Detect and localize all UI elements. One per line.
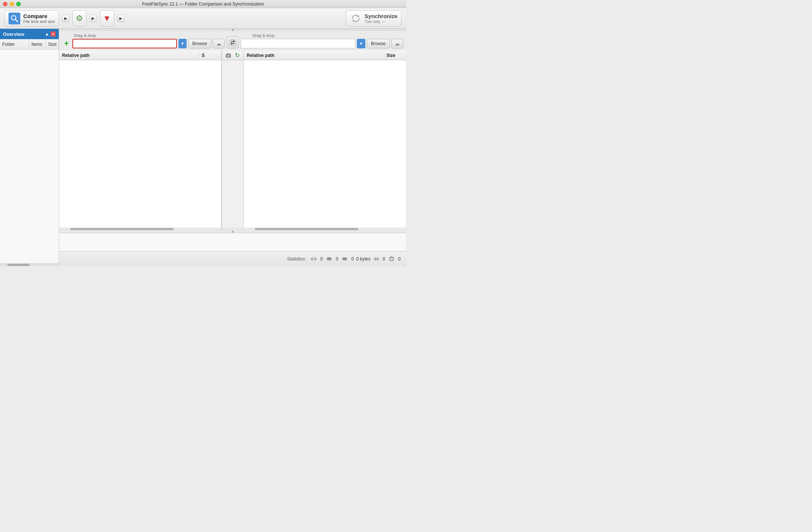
filter-arrow-button[interactable]: ▶ xyxy=(117,15,124,22)
right-cloud-icon: ☁ xyxy=(395,41,400,47)
stats-icon-5 xyxy=(388,255,396,263)
cloud-icon: ☁ xyxy=(216,41,221,47)
add-folder-button[interactable]: + xyxy=(62,39,71,48)
middle-panel-header: ↻ xyxy=(222,51,243,60)
right-file-list[interactable] xyxy=(244,60,406,228)
stats-val-5: 0 xyxy=(382,256,386,262)
left-file-scrollbar[interactable] xyxy=(59,228,221,231)
left-folder-input-group: Drag & drop + ▼ Browse ☁ xyxy=(62,33,225,48)
stats-icon-1 xyxy=(310,255,318,263)
maximize-button[interactable] xyxy=(16,2,21,6)
right-browse-label: Browse xyxy=(371,41,386,46)
synchronize-button[interactable]: Synchronize Two way ↔ xyxy=(346,10,402,27)
sidebar-col-size: Size xyxy=(46,39,59,49)
left-cloud-button[interactable]: ☁ xyxy=(213,39,225,48)
middle-scrollbar[interactable] xyxy=(222,228,243,231)
filter-icon: ▼ xyxy=(103,14,111,23)
sidebar-close-button[interactable]: × xyxy=(51,31,56,37)
add-icon: + xyxy=(64,39,69,48)
sidebar-header: Overview ▲ × xyxy=(0,29,59,39)
right-folder-dropdown[interactable]: ▼ xyxy=(357,39,365,48)
compare-label: Compare xyxy=(23,13,47,19)
svg-point-6 xyxy=(227,55,229,57)
swap-button[interactable] xyxy=(227,37,239,48)
right-folder-path-input[interactable] xyxy=(241,39,356,48)
left-folder-path-input[interactable] xyxy=(72,39,177,48)
left-folder-dropdown[interactable]: ▼ xyxy=(178,39,187,48)
compare-arrow-button[interactable]: ▶ xyxy=(62,15,69,22)
folder-pair-row: Drag & drop + ▼ Browse ☁ xyxy=(62,33,403,48)
right-cloud-button[interactable]: ☁ xyxy=(391,39,403,48)
left-panel-header: Relative path S xyxy=(59,51,221,60)
compare-sub-label: File time and size xyxy=(23,19,55,24)
refresh-button[interactable]: ↻ xyxy=(233,52,241,59)
title-bar: FreeFileSync 12.1 — Folder Comparison an… xyxy=(0,0,406,8)
stats-val-2: 0 xyxy=(335,256,339,262)
svg-rect-7 xyxy=(227,53,229,54)
right-file-scrollbar[interactable] xyxy=(244,228,406,231)
settings-arrow-button[interactable]: ▶ xyxy=(89,15,97,22)
filter-button[interactable]: ▼ xyxy=(100,10,115,27)
log-area xyxy=(59,233,406,251)
left-rel-path-col: Relative path xyxy=(59,53,199,58)
left-size-col: S xyxy=(199,53,221,58)
stats-val-4: 0 bytes xyxy=(356,256,371,262)
compare-button[interactable]: Compare File time and size xyxy=(4,10,59,27)
middle-panel: ↻ xyxy=(222,51,244,231)
left-folder-input-row: + ▼ Browse ☁ xyxy=(62,39,225,48)
right-drag-drop-label: Drag & drop xyxy=(253,33,403,38)
main-area: Overview ▲ × Folder Items Size xyxy=(0,29,406,266)
right-size-col: Size xyxy=(384,53,406,58)
left-browse-label: Browse xyxy=(192,41,207,46)
content-area: Drag & drop + ▼ Browse ☁ xyxy=(59,29,406,266)
sort-up-icon: ▲ xyxy=(45,31,49,37)
right-browse-button[interactable]: Browse xyxy=(367,39,390,48)
sync-text: Synchronize Two way ↔ xyxy=(365,13,398,24)
bottom-bar: Statistics: 0 0 xyxy=(59,251,406,266)
sync-icon xyxy=(350,13,362,24)
camera-button[interactable] xyxy=(225,52,232,59)
statistics-label: Statistics: xyxy=(287,256,306,262)
folder-pairs-container: Drag & drop + ▼ Browse ☁ xyxy=(59,31,406,51)
sidebar-scrollbar-thumb xyxy=(7,264,30,266)
sidebar-scrollbar[interactable] xyxy=(0,263,59,266)
sidebar-col-items: Items xyxy=(29,39,46,49)
refresh-icon: ↻ xyxy=(235,52,240,59)
toolbar: Compare File time and size ▶ ⚙ ▶ ▼ ▶ xyxy=(0,8,406,29)
left-scrollbar-thumb xyxy=(70,228,174,230)
compare-icon xyxy=(8,13,20,24)
right-folder-input-row: ▼ Browse ☁ xyxy=(241,39,403,48)
compare-text: Compare File time and size xyxy=(23,13,55,24)
svg-line-1 xyxy=(16,19,18,22)
sidebar-header-controls: ▲ × xyxy=(45,31,56,37)
stats-icon-2 xyxy=(325,255,333,263)
left-drag-drop-label: Drag & drop xyxy=(74,33,225,38)
right-file-panel: Relative path Size xyxy=(244,51,406,231)
svg-rect-4 xyxy=(229,39,236,46)
sidebar-list[interactable] xyxy=(0,50,59,263)
items-col-label: Items xyxy=(31,42,42,47)
folder-col-label: Folder xyxy=(2,42,15,47)
camera-icon xyxy=(225,53,231,58)
minimize-button[interactable] xyxy=(10,2,14,6)
left-file-panel: Relative path S xyxy=(59,51,222,231)
files-area: Relative path S xyxy=(59,51,406,231)
right-folder-input-group: Drag & drop ▼ Browse ☁ xyxy=(241,33,403,48)
stats-val-1: 0 xyxy=(319,256,324,262)
left-file-list[interactable] xyxy=(59,60,221,228)
sync-label: Synchronize xyxy=(365,13,398,19)
stats-val-6: 0 xyxy=(397,256,402,262)
left-browse-button[interactable]: Browse xyxy=(188,39,211,48)
right-rel-path-col: Relative path xyxy=(244,53,384,58)
close-icon: × xyxy=(52,32,54,36)
window-title: FreeFileSync 12.1 — Folder Comparison an… xyxy=(142,1,264,7)
close-button[interactable] xyxy=(3,2,7,6)
right-panel-header: Relative path Size xyxy=(244,51,406,60)
size-col-label: Size xyxy=(48,42,57,47)
settings-button[interactable]: ⚙ xyxy=(72,10,86,27)
svg-rect-14 xyxy=(390,258,393,261)
swap-button-container xyxy=(227,37,239,48)
traffic-lights xyxy=(3,2,21,6)
main-window: FreeFileSync 12.1 — Folder Comparison an… xyxy=(0,0,406,266)
gear-icon: ⚙ xyxy=(76,14,83,23)
